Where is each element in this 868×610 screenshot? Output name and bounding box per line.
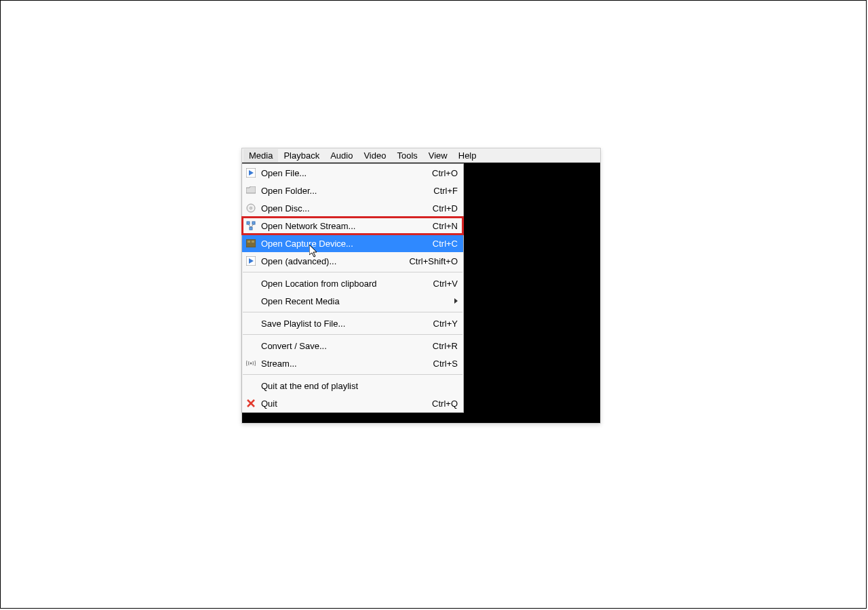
menu-separator (243, 334, 462, 335)
menu-label: Save Playlist to File... (261, 319, 420, 329)
network-icon (245, 220, 257, 232)
svg-rect-6 (250, 227, 252, 230)
menu-label: Open (advanced)... (261, 256, 395, 266)
menu-open-disc[interactable]: Open Disc... Ctrl+D (242, 199, 463, 217)
menu-separator (243, 312, 462, 312)
menubar-playback[interactable]: Playback (278, 149, 325, 162)
chevron-right-icon (454, 298, 458, 304)
menubar-media[interactable]: Media (243, 149, 278, 162)
blank-icon (245, 277, 257, 289)
svg-point-14 (250, 363, 252, 365)
menu-label: Open File... (261, 168, 418, 178)
menu-label: Open Location from clipboard (261, 279, 420, 289)
menu-open-capture-device[interactable]: Open Capture Device... Ctrl+C (242, 235, 463, 252)
capture-icon (245, 237, 257, 249)
play-file-icon (245, 255, 257, 267)
menubar-tools[interactable]: Tools (391, 149, 422, 162)
blank-icon (245, 295, 257, 307)
menubar: Media Playback Audio Video Tools View He… (242, 148, 600, 163)
blank-icon (245, 380, 257, 392)
svg-rect-10 (248, 241, 250, 243)
menu-label: Open Capture Device... (261, 239, 419, 249)
menu-separator (243, 374, 462, 375)
menu-convert-save[interactable]: Convert / Save... Ctrl+R (242, 337, 463, 354)
svg-rect-11 (252, 241, 254, 243)
disc-icon (245, 202, 257, 214)
menu-shortcut: Ctrl+N (433, 221, 458, 231)
menu-shortcut: Ctrl+C (433, 239, 458, 249)
menu-shortcut: Ctrl+V (433, 279, 458, 289)
menu-shortcut: Ctrl+Q (432, 399, 458, 409)
menu-label: Quit (261, 399, 418, 409)
menubar-help[interactable]: Help (453, 149, 482, 162)
menu-label: Convert / Save... (261, 341, 419, 351)
menu-open-file[interactable]: Open File... Ctrl+O (242, 164, 463, 182)
menu-shortcut: Ctrl+R (433, 341, 458, 351)
menu-label: Stream... (261, 359, 420, 369)
blank-icon (245, 317, 257, 329)
menubar-video[interactable]: Video (358, 149, 391, 162)
play-file-icon (245, 167, 257, 179)
menu-shortcut: Ctrl+O (432, 168, 458, 178)
svg-rect-9 (246, 239, 256, 247)
menu-label: Quit at the end of playlist (261, 381, 444, 391)
menu-stream[interactable]: Stream... Ctrl+S (242, 354, 463, 372)
menu-open-location-clipboard[interactable]: Open Location from clipboard Ctrl+V (242, 274, 463, 292)
svg-rect-4 (247, 222, 250, 224)
menu-shortcut: Ctrl+S (433, 359, 458, 369)
menu-label: Open Network Stream... (261, 221, 419, 231)
stream-icon (245, 357, 257, 369)
menu-quit[interactable]: Quit Ctrl+Q (242, 394, 463, 412)
menu-label: Open Recent Media (261, 296, 448, 306)
menu-separator (243, 272, 462, 272)
media-menu-dropdown: Open File... Ctrl+O Open Folder... Ctrl+… (241, 163, 464, 413)
menu-shortcut: Ctrl+Y (433, 319, 458, 329)
menubar-view[interactable]: View (423, 149, 453, 162)
svg-line-8 (251, 224, 254, 227)
menu-open-recent-media[interactable]: Open Recent Media (242, 292, 463, 310)
svg-point-3 (250, 207, 252, 209)
menu-shortcut: Ctrl+F (433, 186, 458, 196)
menu-open-folder[interactable]: Open Folder... Ctrl+F (242, 182, 463, 199)
menu-open-advanced[interactable]: Open (advanced)... Ctrl+Shift+O (242, 252, 463, 270)
svg-rect-5 (252, 222, 255, 224)
folder-icon (245, 184, 257, 197)
menubar-audio[interactable]: Audio (325, 149, 358, 162)
menu-shortcut: Ctrl+D (433, 203, 458, 214)
menu-save-playlist[interactable]: Save Playlist to File... Ctrl+Y (242, 314, 463, 332)
menu-label: Open Folder... (261, 186, 420, 196)
blank-icon (245, 340, 257, 352)
close-icon (245, 397, 257, 409)
menu-shortcut: Ctrl+Shift+O (409, 256, 458, 266)
menu-open-network-stream[interactable]: Open Network Stream... Ctrl+N (242, 217, 463, 235)
menu-quit-end-playlist[interactable]: Quit at the end of playlist (242, 377, 463, 394)
menu-label: Open Disc... (261, 203, 419, 214)
svg-line-7 (248, 224, 251, 227)
